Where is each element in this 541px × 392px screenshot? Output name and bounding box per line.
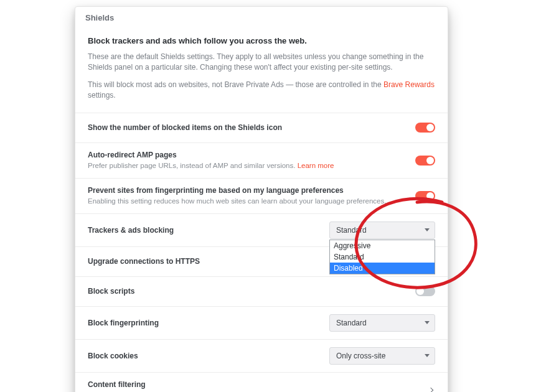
label-language-fingerprint: Prevent sites from fingerprinting me bas…: [88, 186, 408, 195]
intro-paragraph-1: These are the default Shields settings. …: [88, 52, 435, 73]
intro-p2-pre: This will block most ads on websites, no…: [88, 80, 383, 89]
label-block-scripts: Block scripts: [88, 287, 408, 296]
desc-language-fingerprint: Enabling this setting reduces how much w…: [88, 196, 408, 206]
row-block-scripts: Block scripts: [75, 276, 448, 306]
option-standard[interactable]: Standard: [330, 251, 435, 263]
row-content-filtering[interactable]: Content filtering Enable custom filters …: [75, 372, 448, 392]
shields-settings-card: Shields Block trackers and ads which fol…: [75, 6, 448, 392]
intro-title: Block trackers and ads which follow you …: [88, 36, 435, 45]
row-language-fingerprint: Prevent sites from fingerprinting me bas…: [75, 178, 448, 213]
toggle-show-blocked-count[interactable]: [415, 123, 435, 133]
chevron-down-icon: [425, 228, 430, 231]
label-content-filtering: Content filtering: [88, 380, 421, 389]
row-block-cookies: Block cookies Only cross-site: [75, 339, 448, 372]
select-block-fingerprinting[interactable]: Standard: [329, 314, 435, 332]
row-amp-redirect: Auto-redirect AMP pages Prefer publisher…: [75, 142, 448, 178]
select-fingerprinting-value: Standard: [336, 319, 367, 327]
toggle-language-fingerprint[interactable]: [415, 191, 435, 201]
chevron-down-icon: [425, 321, 430, 324]
option-aggressive[interactable]: Aggressive: [330, 240, 435, 251]
toggle-amp-redirect[interactable]: [415, 156, 435, 166]
label-block-fingerprinting: Block fingerprinting: [88, 319, 322, 327]
option-disabled[interactable]: Disabled: [330, 263, 435, 274]
chevron-down-icon: [425, 354, 430, 357]
learn-more-link[interactable]: Learn more: [298, 162, 334, 169]
row-block-fingerprinting: Block fingerprinting Standard: [75, 306, 448, 339]
toggle-block-scripts[interactable]: [415, 286, 435, 296]
select-trackers-ads-blocking[interactable]: Standard Aggressive Standard Disabled: [329, 222, 435, 239]
section-title: Shields: [75, 7, 448, 27]
select-cookies-value: Only cross-site: [336, 352, 385, 360]
dropdown-trackers-options: Aggressive Standard Disabled: [329, 240, 435, 274]
select-block-cookies[interactable]: Only cross-site: [329, 347, 435, 365]
desc-amp-redirect: Prefer publisher page URLs, instead of A…: [88, 161, 408, 170]
label-trackers-ads-blocking: Trackers & ads blocking: [88, 226, 322, 235]
label-amp-redirect: Auto-redirect AMP pages: [88, 151, 408, 159]
label-show-blocked-count: Show the number of blocked items on the …: [88, 123, 408, 132]
chevron-right-icon: [428, 388, 433, 392]
intro-block: Block trackers and ads which follow you …: [75, 27, 448, 113]
intro-paragraph-2: This will block most ads on websites, no…: [88, 80, 435, 101]
select-trackers-value: Standard: [336, 226, 367, 235]
label-block-cookies: Block cookies: [88, 352, 322, 360]
desc-amp-pre: Prefer publisher page URLs, instead of A…: [88, 162, 298, 169]
row-show-blocked-count: Show the number of blocked items on the …: [75, 113, 448, 142]
brave-rewards-link[interactable]: Brave Rewards: [383, 80, 435, 89]
row-trackers-ads-blocking: Trackers & ads blocking Standard Aggress…: [75, 213, 448, 246]
intro-p2-post: settings.: [88, 91, 116, 100]
